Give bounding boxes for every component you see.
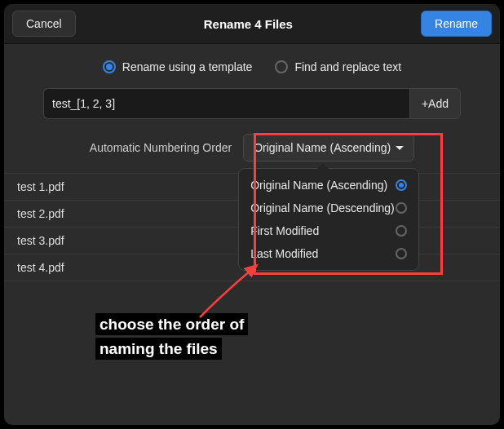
order-row: Automatic Numbering Order Original Name …	[4, 134, 500, 161]
order-option-original-desc[interactable]: Original Name (Descending)	[239, 197, 418, 219]
dialog-title: Rename 4 Files	[204, 17, 293, 31]
radio-icon	[396, 179, 407, 191]
menu-item-label: Last Modified	[250, 247, 318, 260]
menu-item-label: Original Name (Ascending)	[250, 179, 387, 192]
order-dropdown-menu: Original Name (Ascending) Original Name …	[238, 168, 419, 271]
radio-icon	[396, 202, 407, 214]
mode-template-label: Rename using a template	[122, 60, 253, 73]
rename-dialog: Cancel Rename 4 Files Rename Rename usin…	[4, 4, 500, 425]
template-input[interactable]	[43, 88, 409, 119]
radio-icon	[396, 248, 407, 259]
menu-item-label: First Modified	[250, 224, 319, 237]
annotation-line1: choose the order of	[95, 313, 248, 335]
mode-findreplace-label: Find and replace text	[294, 60, 401, 73]
annotation-line2: naming the files	[95, 338, 222, 360]
mode-findreplace[interactable]: Find and replace text	[275, 60, 401, 73]
order-option-original-asc[interactable]: Original Name (Ascending)	[239, 174, 418, 197]
mode-template[interactable]: Rename using a template	[103, 60, 253, 73]
radio-icon	[275, 60, 288, 73]
order-selected: Original Name (Ascending)	[254, 141, 391, 154]
radio-icon	[103, 60, 116, 73]
titlebar: Cancel Rename 4 Files Rename	[4, 4, 500, 44]
rename-button[interactable]: Rename	[421, 11, 492, 37]
mode-selector: Rename using a template Find and replace…	[4, 44, 500, 88]
radio-icon	[396, 225, 407, 237]
template-row: +Add	[43, 88, 461, 119]
order-dropdown[interactable]: Original Name (Ascending)	[243, 134, 414, 161]
order-label: Automatic Numbering Order	[90, 141, 232, 154]
add-button[interactable]: +Add	[409, 88, 461, 119]
chevron-down-icon	[396, 146, 404, 150]
cancel-button[interactable]: Cancel	[12, 11, 76, 37]
menu-item-label: Original Name (Descending)	[250, 201, 395, 214]
order-option-first-modified[interactable]: First Modified	[239, 219, 418, 242]
annotation-text: choose the order of naming the files	[95, 312, 248, 362]
order-option-last-modified[interactable]: Last Modified	[239, 242, 418, 265]
